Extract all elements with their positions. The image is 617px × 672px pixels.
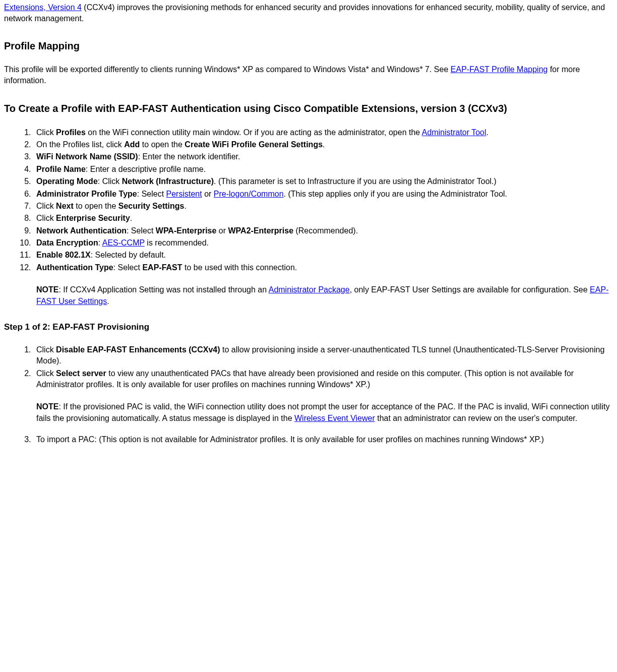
profile-mapping-paragraph: This profile will be exported differentl…	[4, 64, 613, 87]
create-profile-list: Click Profiles on the WiFi connection ut…	[4, 127, 613, 307]
list-item: Operating Mode: Click Network (Infrastru…	[33, 176, 613, 187]
administrator-tool-link[interactable]: Administrator Tool	[422, 128, 486, 137]
pm-text-before: This profile will be exported differentl…	[4, 65, 451, 74]
step1-list: Click Disable EAP-FAST Enhancements (CCX…	[4, 344, 613, 446]
prelogon-common-link[interactable]: Pre-logon/Common	[214, 190, 284, 198]
note-label: NOTE	[36, 285, 58, 294]
note-label: NOTE	[36, 402, 58, 411]
step1-heading: Step 1 of 2: EAP-FAST Provisioning	[4, 321, 613, 333]
list-item: Click Select server to view any unauthen…	[33, 368, 613, 424]
create-profile-heading: To Create a Profile with EAP-FAST Authen…	[4, 101, 613, 116]
list-item: Click Enterprise Security.	[33, 213, 613, 224]
note-block: NOTE: If the provisioned PAC is valid, t…	[36, 401, 613, 424]
intro-paragraph: Extensions, Version 4 (CCXv4) improves t…	[4, 2, 613, 25]
eap-fast-profile-mapping-link[interactable]: EAP-FAST Profile Mapping	[451, 65, 548, 74]
list-item: To import a PAC: (This option is not ava…	[33, 434, 613, 445]
list-item: Network Authentication: Select WPA-Enter…	[33, 225, 613, 236]
intro-text: (CCXv4) improves the provisioning method…	[4, 3, 605, 23]
list-item: On the Profiles list, click Add to open …	[33, 139, 613, 150]
profile-mapping-heading: Profile Mapping	[4, 39, 613, 53]
list-item: Click Disable EAP-FAST Enhancements (CCX…	[33, 344, 613, 367]
persistent-link[interactable]: Persistent	[166, 190, 202, 198]
list-item: Click Next to open the Security Settings…	[33, 201, 613, 212]
list-item: Data Encryption: AES-CCMP is recommended…	[33, 237, 613, 249]
extensions-v4-link[interactable]: Extensions, Version 4	[4, 3, 82, 12]
aes-ccmp-link[interactable]: AES-CCMP	[102, 238, 145, 247]
list-item: WiFi Network Name (SSID): Enter the netw…	[33, 151, 613, 162]
list-item: Authentication Type: Select EAP-FAST to …	[33, 262, 613, 307]
note-block: NOTE: If CCXv4 Application Setting was n…	[36, 284, 613, 307]
list-item: Administrator Profile Type: Select Persi…	[33, 189, 613, 200]
wireless-event-viewer-link[interactable]: Wireless Event Viewer	[294, 414, 375, 422]
list-item: Click Profiles on the WiFi connection ut…	[33, 127, 613, 138]
list-item: Profile Name: Enter a descriptive profil…	[33, 164, 613, 175]
administrator-package-link[interactable]: Administrator Package	[269, 285, 350, 294]
list-item: Enable 802.1X: Selected by default.	[33, 250, 613, 261]
